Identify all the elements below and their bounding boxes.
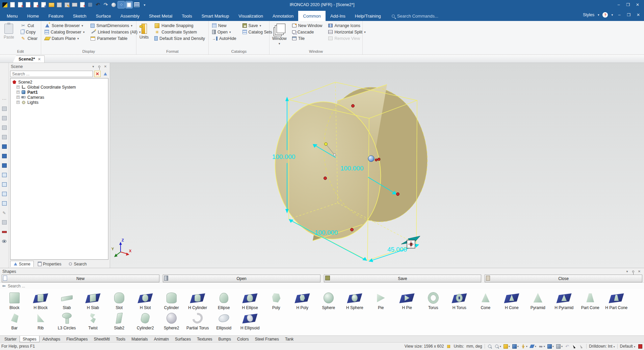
document-tab-scene2[interactable]: Scene2* ✕	[13, 55, 45, 63]
print-preview-icon[interactable]	[40, 1, 47, 8]
tile-button[interactable]: Tile▾	[291, 35, 324, 42]
scene-browser-button[interactable]: Scene Browser▾	[43, 22, 86, 29]
tab-sketch[interactable]: Sketch	[68, 11, 91, 21]
select-cursor-icon[interactable]: ▾	[572, 344, 577, 349]
tool-icon-4[interactable]	[2, 135, 7, 140]
camera-walk-icon[interactable]: ▾	[521, 344, 527, 349]
tool-icon-10[interactable]	[2, 191, 7, 196]
catalog-dropdown-icon[interactable]: ▾	[625, 270, 629, 273]
tools-red-icon[interactable]	[638, 344, 643, 349]
clear-search-button[interactable]: ✕	[94, 71, 101, 77]
view-orientation-icon[interactable]: ▾	[512, 344, 519, 349]
catalog-open-button[interactable]: Open	[163, 275, 320, 282]
style-dropdown[interactable]: Default ▾	[620, 344, 635, 349]
export-i-icon[interactable]	[25, 1, 31, 8]
shape-item[interactable]: H Slot	[132, 290, 159, 310]
tool-icon-7[interactable]	[2, 163, 7, 168]
shape-item[interactable]: Sphere2	[158, 310, 185, 330]
tool-icon-1[interactable]	[2, 106, 7, 111]
catalog-tab[interactable]: Advshaps	[40, 336, 63, 342]
maximize-button[interactable]: ❒	[624, 1, 633, 8]
tab-smart-markup[interactable]: Smart Markup	[197, 11, 234, 21]
units-button[interactable]: Units	[138, 22, 150, 41]
measure-icon[interactable]	[2, 229, 7, 234]
export-e-icon[interactable]	[32, 1, 39, 8]
command-search[interactable]: Search Commands...	[392, 14, 438, 19]
expand-icon[interactable]: +	[17, 91, 20, 94]
shape-item[interactable]: Cone	[472, 290, 499, 310]
shape-item[interactable]: H Pie	[394, 290, 420, 310]
tab-annotation[interactable]: Annotation	[268, 11, 298, 21]
sketch-pencil-icon[interactable]	[2, 210, 7, 215]
shape-item[interactable]: Ellipse	[211, 290, 237, 310]
window-mode-icon[interactable]	[126, 1, 132, 8]
view-style-icon[interactable]: ▾	[547, 344, 554, 349]
shape-item[interactable]: Pyramid	[525, 290, 551, 310]
tree-item-scene2[interactable]: + Scene2	[12, 79, 107, 85]
zoom-options-icon[interactable]: ▾	[494, 344, 501, 349]
shape-item[interactable]: Twist	[80, 310, 106, 330]
shape-item[interactable]: Sphere	[315, 290, 342, 310]
panel-tab-search[interactable]: Search	[65, 261, 90, 267]
tab-sheet-metal[interactable]: Sheet Metal	[144, 11, 177, 21]
tab-visualization[interactable]: Visualization	[234, 11, 268, 21]
catalog-new-button[interactable]: New	[2, 275, 159, 282]
shape-item[interactable]: Partial Torus	[185, 310, 211, 330]
shape-item[interactable]: H Pyramid	[551, 290, 577, 310]
tab-feature[interactable]: Feature	[44, 11, 68, 21]
stereo-glasses-icon[interactable]: ▾	[538, 344, 545, 349]
shape-item[interactable]: Rib	[28, 310, 54, 330]
catalog-tab[interactable]: Tools	[113, 336, 128, 342]
doc-minimize-button[interactable]: –	[616, 11, 622, 18]
insert-part-icon[interactable]	[79, 1, 86, 8]
alt-cursor-icon[interactable]: ▾	[579, 344, 584, 349]
stamp-icon[interactable]	[87, 1, 94, 8]
doc-restore-button[interactable]: ❒	[626, 11, 632, 18]
render-mode-icon[interactable]: ▾	[503, 344, 510, 349]
shape-item[interactable]: Cylinder	[158, 290, 185, 310]
tab-surface[interactable]: Surface	[91, 11, 116, 21]
catalog-save-button[interactable]: Save	[324, 275, 482, 282]
catalog-close-icon[interactable]: ✕	[637, 270, 642, 273]
ironcad-logo[interactable]	[1, 1, 8, 8]
catalog-close-button[interactable]: Close	[485, 275, 642, 282]
render-icon[interactable]	[110, 1, 117, 8]
paste-button[interactable]: Paste	[2, 22, 16, 41]
expand-icon[interactable]: +	[17, 96, 20, 99]
tree-item-lights[interactable]: + Lights	[17, 100, 107, 105]
shape-item[interactable]: H Part Cone	[603, 290, 630, 310]
catalog-browser-button[interactable]: Catalog Browser▾	[43, 29, 86, 35]
tab-help-training[interactable]: Help/Training	[350, 11, 386, 21]
help-caret-icon[interactable]: ▾	[611, 13, 613, 17]
scene-search-input[interactable]	[10, 71, 93, 77]
datum-plane-button[interactable]: Datum Plane▾	[43, 35, 86, 42]
minimize-button[interactable]: –	[614, 1, 623, 8]
autohide-button[interactable]: AutoHide▾	[211, 35, 238, 42]
catalog-tab[interactable]: Shapes	[20, 336, 40, 342]
window-button[interactable]: Window ▾	[272, 22, 287, 47]
snap-icon[interactable]	[118, 1, 125, 8]
panel-dropdown-icon[interactable]: ▾	[91, 65, 96, 68]
drilldown-dropdown[interactable]: Drilldown: Int ▾	[589, 344, 615, 349]
export-x-icon[interactable]	[17, 1, 24, 8]
tab-add-ins[interactable]: Add-Ins	[326, 11, 350, 21]
help-icon[interactable]: ?	[602, 12, 608, 18]
cut-button[interactable]: Cut▾	[19, 22, 39, 29]
search-filter-icon[interactable]	[102, 71, 108, 77]
shape-item[interactable]: Slot	[106, 290, 132, 310]
panel-tab-scene[interactable]: Scene	[10, 261, 34, 267]
tool-icon-6[interactable]	[2, 154, 7, 159]
arrange-icons-button[interactable]: Arrange Icons▾	[327, 22, 367, 29]
panel-pin-icon[interactable]	[98, 66, 100, 68]
linked-instances-button[interactable]: Linked Instances (All)▾	[89, 29, 142, 35]
catalog-tab[interactable]: Materials	[128, 336, 151, 342]
catalog-tab[interactable]: Bumps	[215, 336, 234, 342]
customize-caret-icon[interactable]	[141, 1, 148, 8]
tree-item-global-coordinate-system[interactable]: + Global Coordinate System	[17, 85, 107, 90]
coordinate-system-button[interactable]: Coordinate System▾	[153, 29, 206, 35]
catalog-tab[interactable]: Colors	[234, 336, 252, 342]
shape-item[interactable]: Poly	[263, 290, 289, 310]
save-icon[interactable]	[56, 1, 62, 8]
catalog-tab[interactable]: SheetMtl	[91, 336, 113, 342]
tab-menu[interactable]: Menu	[2, 11, 23, 21]
